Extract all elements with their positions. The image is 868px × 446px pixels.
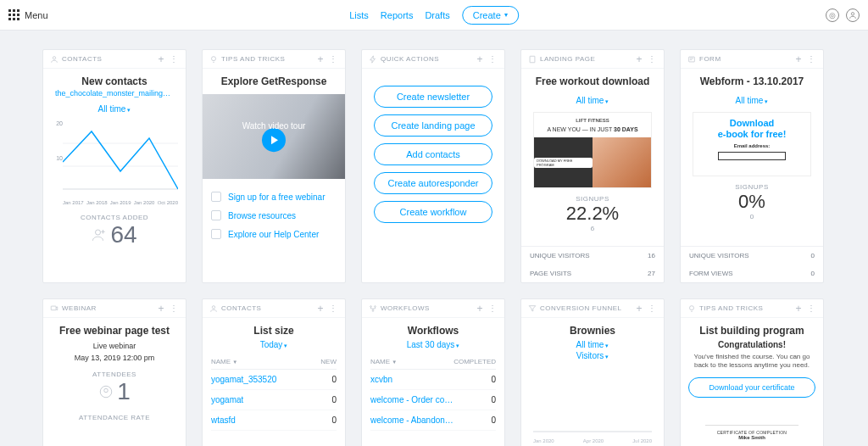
time-filter[interactable]: All time▾	[98, 104, 131, 114]
nav-drafts[interactable]: Drafts	[425, 10, 449, 20]
col-completed[interactable]: COMPLETED	[453, 358, 496, 365]
menu-button[interactable]: Menu	[8, 9, 48, 20]
card-tips-certificate: TIPS AND TRICKS +⋮ List building program…	[680, 298, 824, 446]
create-workflow-button[interactable]: Create workflow	[374, 201, 492, 223]
add-contacts-button[interactable]: Add contacts	[374, 143, 492, 165]
card-form: FORM +⋮ Webform - 13.10.2017 All time▾ D…	[680, 49, 824, 283]
card-label: CONTACTS	[221, 304, 261, 312]
chevron-down-icon: ▾	[765, 98, 768, 104]
menu-grid-icon	[8, 9, 19, 20]
col-new[interactable]: NEW	[320, 358, 337, 365]
create-button[interactable]: Create ▾	[462, 6, 519, 25]
svg-point-17	[690, 305, 694, 309]
chevron-down-icon: ▾	[504, 11, 508, 19]
link-webinar[interactable]: Sign up for a free webinar	[211, 187, 337, 206]
list-item[interactable]: yogamat0	[211, 390, 337, 410]
form-icon	[687, 55, 696, 64]
link-icon	[211, 229, 221, 239]
more-icon[interactable]: ⋮	[488, 54, 498, 64]
form-preview[interactable]: Downloade-book for free! Email address:	[693, 112, 811, 176]
chevron-down-icon: ▾	[456, 343, 459, 348]
stat-row: UNIQUE VISITORS16	[521, 247, 664, 265]
metric-filter[interactable]: Visitors▾	[576, 351, 609, 360]
more-icon[interactable]: ⋮	[329, 304, 338, 313]
bolt-icon	[369, 55, 377, 64]
svg-point-5	[96, 230, 101, 235]
preview-input	[718, 152, 786, 160]
add-icon[interactable]: +	[317, 303, 324, 315]
list-name-link[interactable]: the_chocolate_monster_mailing_lis…	[55, 89, 174, 98]
add-icon[interactable]: +	[158, 53, 164, 65]
svg-point-14	[375, 305, 376, 307]
card-title: Workflows	[408, 325, 459, 337]
list-item[interactable]: welcome - Order co…0	[370, 390, 496, 410]
card-label: FORM	[699, 55, 721, 63]
card-webinar: WEBINAR +⋮ Free webinar page test Live w…	[42, 298, 186, 446]
add-icon[interactable]: +	[317, 53, 324, 65]
card-quick-actions: QUICK ACTIONS +⋮ Create newsletter Creat…	[361, 49, 505, 283]
add-icon[interactable]: +	[636, 53, 643, 65]
create-landing-page-button[interactable]: Create landing page	[374, 114, 492, 137]
add-icon[interactable]: +	[158, 303, 164, 315]
create-newsletter-button[interactable]: Create newsletter	[374, 86, 492, 108]
more-icon[interactable]: ⋮	[807, 54, 816, 64]
attendees-icon	[98, 378, 114, 405]
link-icon	[211, 210, 221, 220]
chevron-down-icon: ▾	[605, 98, 609, 104]
svg-point-15	[372, 309, 374, 311]
svg-point-13	[370, 305, 372, 307]
add-icon[interactable]: +	[476, 303, 483, 315]
download-certificate-button[interactable]: Download your certificate	[688, 377, 815, 398]
svg-point-1	[53, 56, 55, 59]
more-icon[interactable]: ⋮	[807, 304, 816, 313]
time-filter[interactable]: All time▾	[576, 340, 609, 349]
add-icon[interactable]: +	[476, 53, 483, 65]
time-filter[interactable]: Last 30 days▾	[407, 340, 460, 349]
svg-point-10	[100, 386, 112, 398]
more-icon[interactable]: ⋮	[648, 54, 657, 64]
list-item[interactable]: xcvbn0	[370, 370, 496, 390]
card-contacts: CONTACTS +⋮ New contacts the_chocolate_m…	[42, 49, 186, 283]
signups-percentage: 0%	[738, 191, 765, 213]
lightbulb-icon	[687, 304, 696, 313]
add-icon[interactable]: +	[795, 303, 802, 315]
more-icon[interactable]: ⋮	[488, 304, 498, 313]
stat-row: UNIQUE VISITORS0	[681, 247, 823, 265]
link-resources[interactable]: Browse resources	[211, 206, 337, 225]
col-name[interactable]: NAME▼	[370, 358, 397, 365]
menu-label: Menu	[25, 10, 48, 20]
create-autoresponder-button[interactable]: Create autoresponder	[374, 172, 492, 194]
link-helpcenter[interactable]: Explore our Help Center	[211, 225, 337, 243]
play-icon	[262, 128, 286, 152]
time-filter[interactable]: Today▾	[260, 340, 288, 349]
dashboard: CONTACTS +⋮ New contacts the_chocolate_m…	[0, 31, 868, 446]
landing-page-preview[interactable]: LIFT FITNESS A NEW YOU — IN JUST 30 DAYS…	[533, 112, 652, 188]
more-icon[interactable]: ⋮	[648, 304, 657, 313]
more-icon[interactable]: ⋮	[329, 54, 338, 64]
card-conversion-funnel: CONVERSION FUNNEL +⋮ Brownies All time▾ …	[520, 298, 665, 446]
card-label: CONVERSION FUNNEL	[540, 304, 622, 312]
svg-point-12	[212, 305, 214, 308]
add-icon[interactable]: +	[636, 303, 643, 315]
more-icon[interactable]: ⋮	[170, 54, 179, 64]
list-item[interactable]: yogamat_3535200	[211, 370, 337, 390]
user-icon[interactable]	[846, 8, 860, 22]
card-title: Free workout download	[536, 75, 650, 87]
help-icon[interactable]: ◎	[826, 8, 839, 22]
list-item[interactable]: wtasfd0	[211, 410, 337, 431]
contacts-added-value: 64	[92, 221, 136, 248]
card-title: Free webinar page test	[59, 325, 170, 337]
list-item[interactable]: welcome - Abandon…0	[370, 410, 496, 431]
add-icon[interactable]: +	[795, 53, 802, 65]
nav-reports[interactable]: Reports	[381, 10, 414, 20]
video-thumbnail[interactable]: Watch video tour	[202, 94, 346, 179]
col-name[interactable]: NAME▼	[211, 358, 237, 365]
certificate-preview: CERTIFICATE OF COMPLETION Mike Smith	[705, 425, 798, 443]
chevron-down-icon: ▾	[605, 343, 609, 348]
nav-lists[interactable]: Lists	[349, 10, 369, 20]
more-icon[interactable]: ⋮	[170, 304, 179, 313]
time-filter[interactable]: All time▾	[736, 96, 769, 105]
webinar-icon	[50, 304, 58, 313]
stat-row: FORM VIEWS0	[681, 265, 823, 282]
time-filter[interactable]: All time▾	[576, 96, 609, 105]
